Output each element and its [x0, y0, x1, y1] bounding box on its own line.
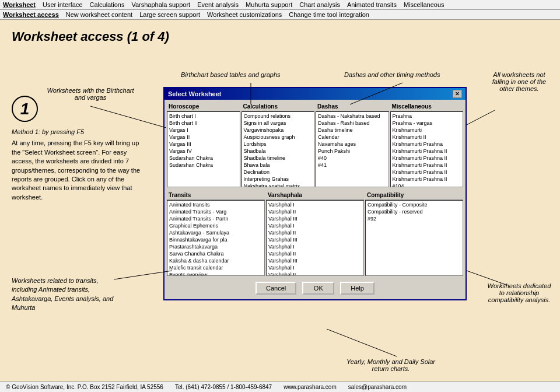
section-transits-list[interactable]: Animated transits Animated Transits - Va…: [167, 200, 265, 276]
list-item[interactable]: Varshphal II: [267, 229, 363, 236]
list-item[interactable]: Vargas III: [168, 141, 239, 148]
list-item[interactable]: Sudarshan Chakra: [168, 162, 239, 169]
list-item[interactable]: Signs in all vargas: [243, 120, 314, 127]
list-item[interactable]: Vargas II: [168, 134, 239, 141]
list-item[interactable]: Events overview: [168, 271, 264, 276]
list-item[interactable]: Kaksha & dasha calendar: [168, 257, 264, 264]
section-horoscope-list[interactable]: Birth chart I Birth chart II Vargas I Va…: [167, 111, 240, 187]
list-item[interactable]: Varshphal II: [267, 208, 363, 215]
list-item[interactable]: Navamsha ages: [317, 141, 388, 148]
nav-worksheet-access[interactable]: Worksheet access: [3, 11, 59, 18]
nav-customizations[interactable]: Worksheet customizations: [207, 11, 282, 18]
cancel-button[interactable]: Cancel: [256, 282, 296, 295]
list-item[interactable]: Dasha timeline: [317, 127, 388, 134]
list-item[interactable]: Graphical Ephemeris: [168, 222, 264, 229]
list-item[interactable]: Malefic transit calendar: [168, 264, 264, 271]
ok-button[interactable]: OK: [302, 282, 334, 295]
list-item[interactable]: Varshphal III: [267, 257, 363, 264]
list-item[interactable]: Vargavinshopaka: [243, 127, 314, 134]
list-item[interactable]: Varshphal I: [267, 264, 363, 271]
list-item[interactable]: Krishnamurti Prashna II: [391, 169, 463, 176]
list-item[interactable]: Prastarashtakavarga: [168, 243, 264, 250]
list-item[interactable]: Prashna - vargas: [391, 120, 463, 127]
section-calculations-header: Calculations: [242, 102, 315, 111]
list-item[interactable]: Animated transits: [168, 201, 264, 208]
list-item[interactable]: Shadbala: [243, 148, 314, 155]
list-item[interactable]: Compound relations: [243, 113, 314, 120]
list-item[interactable]: Nakshatra spatial matrix: [243, 183, 314, 187]
list-item[interactable]: Birth chart I: [168, 113, 239, 120]
list-item[interactable]: Varshphal III: [267, 236, 363, 243]
list-item[interactable]: #92: [366, 215, 462, 222]
list-item[interactable]: Sarva Chancha Chakra: [168, 250, 264, 257]
list-item[interactable]: Prashna: [391, 113, 463, 120]
list-item[interactable]: Krishnamurti Prashna II: [391, 148, 463, 155]
list-item[interactable]: Shadbala timeline: [243, 155, 314, 162]
section-calculations-list[interactable]: Compound relations Signs in all vargas V…: [242, 111, 315, 187]
nav-large-screen[interactable]: Large screen support: [139, 11, 200, 18]
svg-line-5: [327, 329, 397, 356]
list-item[interactable]: Vargas I: [168, 127, 239, 134]
list-item[interactable]: Auspiciousness graph: [243, 134, 314, 141]
list-item[interactable]: Compatibility - Composite: [366, 201, 462, 208]
list-item[interactable]: Krishnamurti Prashna: [391, 141, 463, 148]
section-transits: Transits Animated transits Animated Tran…: [167, 191, 265, 276]
list-item[interactable]: Calendar: [317, 134, 388, 141]
list-item[interactable]: Krishnamurti Prashna II: [391, 176, 463, 183]
nav-new-content[interactable]: New worksheet content: [66, 11, 132, 18]
list-item[interactable]: Interpreting Grahas: [243, 176, 314, 183]
list-item[interactable]: Declination: [243, 169, 314, 176]
list-item[interactable]: #104: [391, 183, 463, 187]
menu-item-muhurta[interactable]: Muhurta support: [246, 1, 292, 8]
list-item[interactable]: Sudarshan Chakra: [168, 155, 239, 162]
list-item[interactable]: Vargas IV: [168, 148, 239, 155]
nav-time-tool[interactable]: Change time tool integration: [289, 11, 369, 18]
dialog-title: Select Worksheet: [168, 90, 222, 97]
list-item[interactable]: Varshphal I: [267, 222, 363, 229]
section-compatibility-list[interactable]: Compatibility - Composite Compatibility …: [365, 200, 463, 276]
menu-item-chart[interactable]: Chart analysis: [299, 1, 340, 8]
menu-item-calculations[interactable]: Calculations: [90, 1, 125, 8]
section-horoscope: Horoscope Birth chart I Birth chart II V…: [167, 102, 240, 187]
menu-item-misc[interactable]: Miscellaneous: [404, 1, 444, 8]
dialog-grid-row1: Horoscope Birth chart I Birth chart II V…: [167, 102, 463, 187]
section-compatibility: Compatibility Compatibility - Composite …: [365, 191, 463, 276]
section-varshaphala-list[interactable]: Varshphal I Varshphal II Varshphal III V…: [266, 200, 364, 276]
section-dashas-list[interactable]: Dashas - Nakshatra based Dashas - Rashi …: [316, 111, 389, 187]
list-item[interactable]: Binnashtakavarga for pla: [168, 236, 264, 243]
list-item[interactable]: Birth chart II: [168, 120, 239, 127]
list-item[interactable]: Compatibility - reserved: [366, 208, 462, 215]
list-item[interactable]: Varshphal III: [267, 215, 363, 222]
section-horoscope-header: Horoscope: [167, 102, 240, 111]
list-item[interactable]: Dashas - Rashi based: [317, 120, 388, 127]
list-item[interactable]: #40: [317, 155, 388, 162]
list-item[interactable]: Animated Transits - Partn: [168, 215, 264, 222]
help-button[interactable]: Help: [340, 282, 374, 295]
menu-item-events[interactable]: Event analysis: [197, 1, 239, 8]
menu-item-animated[interactable]: Animated transits: [347, 1, 397, 8]
list-item[interactable]: Varshphal II: [267, 271, 363, 276]
list-item[interactable]: Ashtakavarga - Samulaya: [168, 229, 264, 236]
list-item[interactable]: Punch Pakshi: [317, 148, 388, 155]
list-item[interactable]: Varshphal II: [267, 250, 363, 257]
menu-item-worksheet[interactable]: Worksheet: [3, 1, 36, 8]
list-item[interactable]: Dashas - Nakshatra based: [317, 113, 388, 120]
list-item[interactable]: Krishnamurti: [391, 127, 463, 134]
list-item[interactable]: Varshphal I: [267, 201, 363, 208]
page-title: Worksheet access (1 of 4): [12, 29, 548, 44]
dialog-close-button[interactable]: ✕: [453, 90, 462, 98]
dialog-buttons: Cancel OK Help: [167, 279, 463, 297]
list-item[interactable]: Krishnamurti Prashna II: [391, 155, 463, 162]
list-item[interactable]: Varshphal I: [267, 243, 363, 250]
list-item[interactable]: Bhava bala: [243, 162, 314, 169]
list-item[interactable]: Animated Transits - Varg: [168, 208, 264, 215]
menu-item-ui[interactable]: User interface: [43, 1, 82, 8]
list-item[interactable]: #41: [317, 162, 388, 169]
dialog-titlebar: Select Worksheet ✕: [164, 88, 466, 100]
list-item[interactable]: Krishnamurti Prashna II: [391, 162, 463, 169]
section-misc-list[interactable]: Prashna Prashna - vargas Krishnamurti Kr…: [390, 111, 464, 187]
section-transits-header: Transits: [167, 191, 265, 200]
menu-item-varshaphala[interactable]: Varshaphala support: [131, 1, 190, 8]
list-item[interactable]: Lordships: [243, 141, 314, 148]
list-item[interactable]: Krishnamurti II: [391, 134, 463, 141]
